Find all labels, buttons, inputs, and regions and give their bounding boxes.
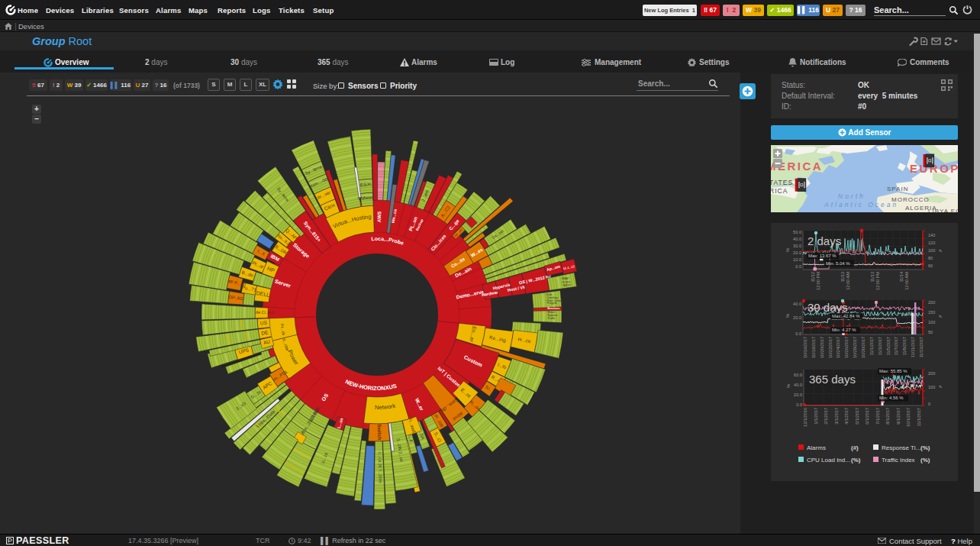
svg-text:North: North xyxy=(838,192,866,200)
svg-text:2/1/2017: 2/1/2017 xyxy=(824,408,828,425)
svg-text:10/30/2017: 10/30/2017 xyxy=(861,337,866,358)
svg-text:11/14: 11/14 xyxy=(899,272,904,283)
svg-text:0.0: 0.0 xyxy=(795,264,801,269)
svg-text:50: 50 xyxy=(928,330,933,334)
svg-text:11/13: 11/13 xyxy=(870,272,875,283)
svg-text:Switch: Switch xyxy=(377,424,382,440)
svg-text:Alarms: Alarms xyxy=(807,444,826,451)
svg-text:Min: 4.27 %: Min: 4.27 % xyxy=(832,328,856,332)
svg-text:30 days: 30 days xyxy=(808,301,848,314)
svg-text:10/24/2017: 10/24/2017 xyxy=(836,337,840,358)
svg-text:20.0: 20.0 xyxy=(794,393,802,397)
svg-text:#: # xyxy=(938,385,943,388)
svg-text:ESXi: ESXi xyxy=(359,181,371,187)
svg-text:%: % xyxy=(785,247,790,252)
svg-text:10/18/2017: 10/18/2017 xyxy=(811,337,816,358)
svg-text:(%): (%) xyxy=(851,457,861,464)
svg-text:100: 100 xyxy=(928,248,935,253)
svg-text:10/28/2017: 10/28/2017 xyxy=(853,337,857,358)
svg-text:%: % xyxy=(785,313,790,318)
svg-text:10/1/2017: 10/1/2017 xyxy=(906,408,911,427)
svg-text:10/16/2017: 10/16/2017 xyxy=(803,337,808,358)
svg-text:12:00 AM: 12:00 AM xyxy=(846,272,850,290)
svg-text:10.0: 10.0 xyxy=(793,257,801,262)
svg-text:C...Cé 26 ?...300S: C...Cé 26 ?...300S xyxy=(378,451,383,483)
svg-text:0.0: 0.0 xyxy=(796,402,802,407)
svg-text:10/20/2017: 10/20/2017 xyxy=(820,337,824,358)
svg-text:11/1/2017: 11/1/2017 xyxy=(917,408,921,426)
svg-text:12:00 PM: 12:00 PM xyxy=(875,272,880,290)
svg-text:140: 140 xyxy=(928,233,935,237)
svg-text:5/1/2017: 5/1/2017 xyxy=(855,408,859,425)
svg-text:4/1/2017: 4/1/2017 xyxy=(844,408,849,425)
svg-text:#: # xyxy=(938,315,943,318)
svg-text:8/1/2017: 8/1/2017 xyxy=(885,408,890,425)
svg-text:SPAIN: SPAIN xyxy=(887,186,908,192)
svg-text:150: 150 xyxy=(928,310,935,315)
svg-text:11/13: 11/13 xyxy=(840,272,845,283)
svg-text:80: 80 xyxy=(928,256,933,260)
svg-text:10/26/2017: 10/26/2017 xyxy=(844,337,849,358)
svg-text:365 days: 365 days xyxy=(809,373,856,386)
svg-text:120: 120 xyxy=(928,241,935,245)
svg-text:#: # xyxy=(938,249,943,252)
svg-text:20.0: 20.0 xyxy=(793,250,801,255)
svg-text:Progral: Progral xyxy=(547,301,557,305)
svg-text:1/1/2017: 1/1/2017 xyxy=(814,408,818,425)
svg-text:200: 200 xyxy=(928,371,935,376)
svg-text:3/1/2017: 3/1/2017 xyxy=(834,408,839,425)
svg-text:Response Ti...: Response Ti... xyxy=(882,444,920,451)
svg-text:60.0: 60.0 xyxy=(794,373,802,377)
svg-text:50.0: 50.0 xyxy=(793,230,801,234)
svg-text:11/7/2017: 11/7/2017 xyxy=(894,337,898,355)
svg-text:100: 100 xyxy=(928,320,935,325)
svg-text:11/5/2017: 11/5/2017 xyxy=(886,337,891,355)
svg-text:LIBYA EGY: LIBYA EGY xyxy=(928,208,958,212)
svg-text:Atlantic Ocean: Atlantic Ocean xyxy=(824,201,898,208)
svg-text:11/13/2017: 11/13/2017 xyxy=(919,337,924,358)
svg-text:Traffic: Traffic xyxy=(547,316,556,320)
svg-text:CPU Load Ind...: CPU Load Ind... xyxy=(807,457,850,464)
svg-text:12:00 AM: 12:00 AM xyxy=(904,272,909,290)
svg-text:US: US xyxy=(260,320,268,326)
svg-text:40.0: 40.0 xyxy=(793,302,801,306)
svg-text:9/1/2017: 9/1/2017 xyxy=(896,408,901,425)
svg-text:11/11/2017: 11/11/2017 xyxy=(911,337,915,357)
svg-text:6/1/2017: 6/1/2017 xyxy=(865,408,869,425)
svg-text:11/9/2017: 11/9/2017 xyxy=(902,337,907,355)
svg-text:SMTP: SMTP xyxy=(563,283,571,287)
svg-text:Services: Services xyxy=(547,306,560,310)
svg-text:Min: 4.56 %: Min: 4.56 % xyxy=(879,396,904,400)
svg-text:10/22/2017: 10/22/2017 xyxy=(828,337,833,358)
svg-text:100: 100 xyxy=(928,385,935,389)
svg-text:30.0: 30.0 xyxy=(793,244,801,248)
svg-text:(#): (#) xyxy=(851,444,859,451)
svg-text:Traffic Index: Traffic Index xyxy=(882,457,915,464)
svg-text:7/1/2017: 7/1/2017 xyxy=(875,408,880,425)
svg-text:40.0: 40.0 xyxy=(794,383,802,387)
svg-text:(%): (%) xyxy=(920,444,930,451)
svg-text:40.0: 40.0 xyxy=(793,237,801,241)
svg-text:12:00 PM: 12:00 PM xyxy=(816,272,820,290)
svg-text:200: 200 xyxy=(928,300,935,305)
svg-text:20.0: 20.0 xyxy=(793,315,801,320)
svg-text:AWS: AWS xyxy=(376,211,382,223)
svg-text:60: 60 xyxy=(928,263,933,268)
svg-text:Max: 42.84 %: Max: 42.84 % xyxy=(832,314,860,318)
svg-text:11/3/2017: 11/3/2017 xyxy=(878,337,882,355)
svg-text:11/12: 11/12 xyxy=(811,272,815,283)
svg-text:11/1/2017: 11/1/2017 xyxy=(869,337,874,355)
svg-text:12/1/2016: 12/1/2016 xyxy=(803,408,808,427)
svg-text:Min: 5.04 %: Min: 5.04 % xyxy=(826,261,850,266)
svg-text:2 days: 2 days xyxy=(808,234,841,247)
svg-text:TATES: TATES xyxy=(771,179,793,186)
svg-text:%: % xyxy=(786,383,791,388)
svg-text:Max: 13.67 %: Max: 13.67 % xyxy=(808,254,837,258)
svg-text:(%): (%) xyxy=(920,457,930,464)
svg-text:0: 0 xyxy=(928,402,930,406)
svg-text:Max: 55.85 %: Max: 55.85 % xyxy=(879,369,907,373)
svg-text:0.0: 0.0 xyxy=(795,331,801,336)
svg-text:RICA: RICA xyxy=(771,187,788,195)
